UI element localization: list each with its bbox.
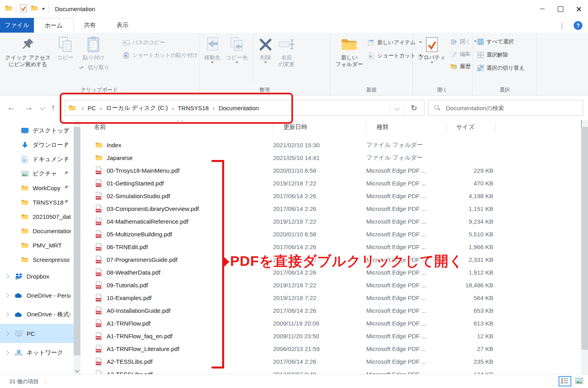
file-name[interactable]: PDF03-ComponentLibraryOverview.pdf xyxy=(84,205,273,213)
table-row[interactable]: PDFA2-TESSLibs.pdf2017/06/14 2:26Microso… xyxy=(84,355,581,368)
search-box[interactable] xyxy=(428,100,583,116)
thumbnail-view-button[interactable] xyxy=(573,376,586,386)
file-name[interactable]: PDF00-Trnsys18-MainMenu.pdf xyxy=(84,166,273,175)
forward-button[interactable]: → xyxy=(25,102,33,113)
select-all-button[interactable]: すべて選択 xyxy=(475,37,526,47)
file-name[interactable]: PDF02-SimulationStudio.pdf xyxy=(84,192,273,200)
details-view-button[interactable] xyxy=(559,376,571,386)
sidebar-scrollbar[interactable] xyxy=(74,120,80,374)
file-name[interactable]: PDF10-Examples.pdf xyxy=(84,294,273,302)
sidebar-item-7[interactable]: Documentation xyxy=(0,224,74,238)
file-name[interactable]: Japanese xyxy=(84,154,273,161)
recent-locations-chevron-icon[interactable] xyxy=(40,105,45,110)
sidebar-item-9[interactable]: Screenpresso xyxy=(0,252,74,267)
file-name[interactable]: PDFA3-TESSLibs.pdf xyxy=(84,370,273,374)
sidebar-item-14[interactable]: ネットワーク xyxy=(0,343,74,362)
delete-button[interactable]: 削除 xyxy=(256,34,275,65)
file-name[interactable]: PDF06-TRNEdit.pdf xyxy=(84,243,273,251)
minimize-button[interactable] xyxy=(533,0,551,18)
sidebar-item-0[interactable]: デスクトップ xyxy=(0,123,74,138)
up-button[interactable]: ↑ xyxy=(51,102,55,113)
table-row[interactable]: Japanese2021/05/10 14:41ファイル フォルダー xyxy=(84,151,581,164)
column-header-date[interactable]: 更新日時 xyxy=(273,123,366,131)
sidebar-item-1[interactable]: ダウンロード xyxy=(0,138,74,152)
file-name[interactable]: PDF05-MultizoneBuilding.pdf xyxy=(84,230,273,238)
chevron-right-icon[interactable] xyxy=(4,312,9,317)
table-row[interactable]: PDFA0-InstallationGuide.pdf2017/06/14 2:… xyxy=(84,304,581,317)
copy-to-button[interactable]: コピー先 xyxy=(223,34,251,65)
file-name[interactable]: PDFA1-TRNFlow.pdf xyxy=(84,319,273,328)
scroll-down-button[interactable] xyxy=(74,367,80,374)
table-row[interactable]: PDF02-SimulationStudio.pdf2017/06/14 2:2… xyxy=(84,189,581,202)
tab-share[interactable]: 共有 xyxy=(74,18,106,33)
sidebar-item-13[interactable]: PC xyxy=(0,324,74,343)
filelist-scrollbar[interactable] xyxy=(581,120,588,374)
properties-button[interactable]: プロパティ xyxy=(415,34,448,65)
sidebar-item-12[interactable]: OneDrive - 株式会社 xyxy=(0,305,74,324)
column-header-size[interactable]: サイズ xyxy=(446,123,496,131)
tab-file[interactable]: ファイル xyxy=(0,18,34,33)
table-row[interactable]: PDF09-Tutorials.pdf2019/12/18 7:22Micros… xyxy=(84,279,581,291)
file-name[interactable]: PDF04-MathematicalReference.pdf xyxy=(84,217,273,226)
tab-view[interactable]: 表示 xyxy=(106,18,139,33)
address-dropdown-button[interactable] xyxy=(390,100,404,115)
paste-shortcut-button[interactable]: ショートカットの貼り付け xyxy=(121,50,199,60)
table-row[interactable]: PDFA1-TRNFlow_Literature.pdf2006/02/13 2… xyxy=(84,342,581,355)
table-row[interactable]: PDF03-ComponentLibraryOverview.pdf2017/0… xyxy=(84,202,581,215)
invert-selection-button[interactable]: 選択の切り替え xyxy=(475,63,526,73)
back-button[interactable]: ← xyxy=(7,102,16,113)
chevron-right-icon[interactable] xyxy=(4,293,9,298)
file-name[interactable]: PDFA2-TESSLibs.pdf xyxy=(84,357,273,366)
sidebar-item-3[interactable]: ピクチャ xyxy=(0,166,74,181)
refresh-button[interactable]: ↻ xyxy=(404,100,424,115)
new-folder-button[interactable]: 新しいフォルダー xyxy=(333,34,366,68)
sidebar-item-6[interactable]: 20210507_dat xyxy=(0,209,74,224)
table-row[interactable]: PDFA3-TESSLibs.pdf2013/08/07 9:49Microso… xyxy=(84,368,581,374)
file-name[interactable]: PDFA0-InstallationGuide.pdf xyxy=(84,306,273,315)
sidebar-item-5[interactable]: TRNSYS18 xyxy=(0,195,74,209)
sidebar-item-10[interactable]: Dropbox xyxy=(0,267,74,286)
file-name[interactable]: PDF01-GettingStarted.pdf xyxy=(84,179,273,187)
table-row[interactable]: PDF05-MultizoneBuilding.pdf2020/01/10 6:… xyxy=(84,228,581,240)
table-row[interactable]: PDF10-Examples.pdf2019/12/18 7:22Microso… xyxy=(84,291,581,304)
pin-to-quick-access-button[interactable]: クイック アクセスにピン留めする xyxy=(2,34,53,68)
column-header-name[interactable]: 名前 xyxy=(84,123,273,131)
file-name[interactable]: PDFA1-TRNFlow_Literature.pdf xyxy=(84,345,273,353)
customize-qat-chevron-icon[interactable] xyxy=(42,8,45,12)
file-name[interactable]: PDFA1-TRNFlow_faq_en.pdf xyxy=(84,332,273,340)
select-none-button[interactable]: 選択解除 xyxy=(475,50,526,60)
maximize-button[interactable] xyxy=(551,0,570,18)
scroll-up-button[interactable] xyxy=(581,120,588,127)
cut-button[interactable]: ✂ 切り取り xyxy=(76,62,111,73)
folder-shortcut-icon[interactable] xyxy=(31,5,38,13)
sidebar-item-4[interactable]: WorkCopy xyxy=(0,181,74,195)
table-row[interactable]: PDF00-Trnsys18-MainMenu.pdf2020/01/10 6:… xyxy=(84,164,581,177)
chevron-right-icon[interactable] xyxy=(4,350,9,355)
table-row[interactable]: PDF01-GettingStarted.pdf2019/12/18 7:22M… xyxy=(84,177,581,189)
table-row[interactable]: Index2021/02/10 15:30ファイル フォルダー xyxy=(84,138,581,151)
sidebar-item-8[interactable]: PMV_MRT xyxy=(0,238,74,252)
rename-button[interactable]: 名前の変更 xyxy=(275,34,297,68)
scrollbar-thumb[interactable] xyxy=(581,127,588,350)
sidebar-item-11[interactable]: OneDrive - Personal xyxy=(0,286,74,305)
close-button[interactable] xyxy=(570,0,588,18)
paste-button[interactable]: 貼り付け xyxy=(76,34,111,62)
sidebar-item-2[interactable]: ドキュメント xyxy=(0,152,74,166)
chevron-right-icon[interactable] xyxy=(4,274,9,279)
file-name[interactable]: PDF09-Tutorials.pdf xyxy=(84,281,273,289)
table-row[interactable]: PDF06-TRNEdit.pdf2017/06/14 2:26Microsof… xyxy=(84,240,581,253)
scrollbar-thumb[interactable] xyxy=(74,127,80,355)
table-row[interactable]: PDFA1-TRNFlow.pdf2009/11/19 20:09Microso… xyxy=(84,317,581,330)
help-button[interactable]: ? xyxy=(574,21,582,30)
properties-shortcut-icon[interactable] xyxy=(20,4,27,14)
tab-home[interactable]: ホーム xyxy=(34,18,74,33)
copy-button[interactable]: コピー xyxy=(54,34,76,62)
table-row[interactable]: PDFA1-TRNFlow_faq_en.pdf2009/11/20 23:50… xyxy=(84,330,581,342)
file-name[interactable]: Index xyxy=(84,142,273,148)
column-header-type[interactable]: 種類 xyxy=(366,123,446,131)
copy-path-button[interactable]: パスのコピー xyxy=(121,37,199,48)
collapse-ribbon-button[interactable] xyxy=(562,23,567,26)
table-row[interactable]: PDF04-MathematicalReference.pdf2019/12/1… xyxy=(84,215,581,228)
chevron-right-icon[interactable] xyxy=(4,331,9,336)
search-input[interactable] xyxy=(445,104,566,112)
